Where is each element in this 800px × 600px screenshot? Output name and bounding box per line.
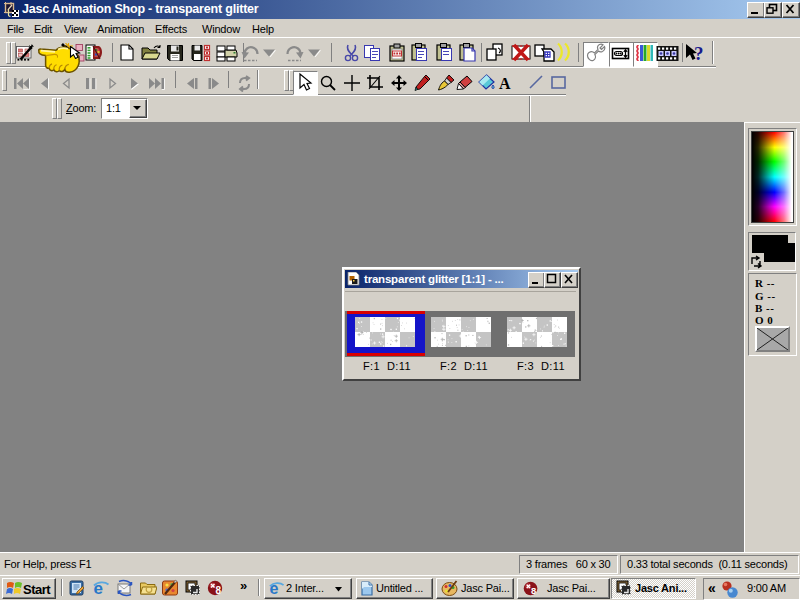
svg-text:?: ? <box>694 43 703 63</box>
svg-text:8: 8 <box>531 585 536 596</box>
svg-text:8: 8 <box>216 585 222 596</box>
